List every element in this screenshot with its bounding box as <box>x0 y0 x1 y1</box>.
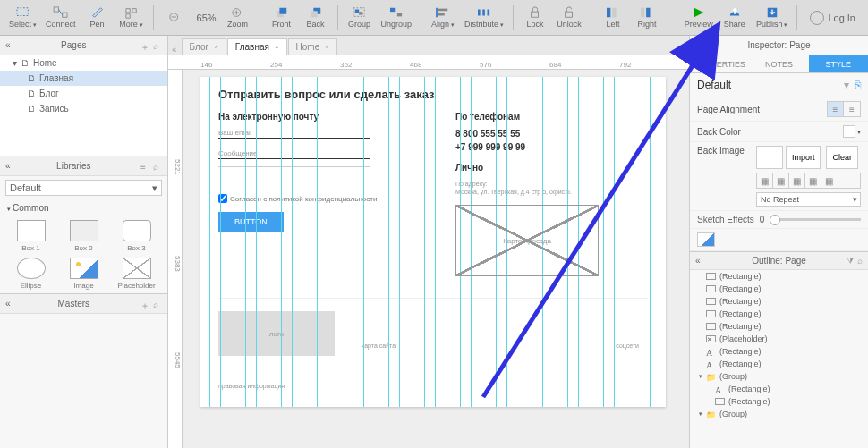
widget-box2[interactable]: Box 2 <box>60 220 107 252</box>
login-button[interactable]: Log In <box>803 11 863 25</box>
outline-group[interactable]: ▾📁(Group) <box>690 408 868 420</box>
tab-blog[interactable]: Блог× <box>182 38 226 55</box>
menu-icon[interactable]: ≡ <box>140 162 149 171</box>
svg-rect-16 <box>390 8 395 12</box>
publish-button[interactable]: Publish <box>753 2 792 34</box>
front-button[interactable]: Front <box>266 2 298 34</box>
copy-icon[interactable]: ⎘ <box>855 79 861 91</box>
outline-item[interactable]: A(Rectangle) <box>690 383 868 395</box>
outline-item[interactable]: (Rectangle) <box>690 270 868 283</box>
tab-style[interactable]: STYLE <box>809 55 868 72</box>
zoom-value[interactable]: 65% <box>193 13 220 23</box>
image-thumb[interactable] <box>697 232 715 247</box>
back-button[interactable]: Back <box>300 2 332 34</box>
align-center-icon: ≡ <box>844 102 860 116</box>
unlock-button[interactable]: Unlock <box>553 2 585 34</box>
left-button[interactable]: Left <box>597 2 629 34</box>
align-button[interactable]: Align <box>427 2 459 34</box>
outline-item[interactable]: (Rectangle) <box>690 295 868 308</box>
zoom-in[interactable]: Zoom <box>222 2 254 34</box>
svg-rect-25 <box>566 12 573 17</box>
submit-button[interactable]: BUTTON <box>218 212 284 232</box>
tree-home[interactable]: ▾🗋Home <box>0 55 167 71</box>
outline-item[interactable]: (Rectangle) <box>690 320 868 333</box>
group-button[interactable]: Group <box>344 2 376 34</box>
ungroup-button[interactable]: Ungroup <box>378 2 416 34</box>
collapse-icon[interactable]: « <box>695 256 701 266</box>
canvas[interactable]: Отправить вопрос или сделать заказ На эл… <box>183 70 689 448</box>
lock-button[interactable]: Lock <box>519 2 551 34</box>
svg-rect-27 <box>612 8 616 18</box>
add-page-icon[interactable]: ＋ <box>140 41 149 50</box>
clear-button[interactable]: Clear <box>826 146 858 169</box>
svg-rect-20 <box>438 13 445 16</box>
color-swatch[interactable] <box>843 125 855 138</box>
phone2: +7 999 999 99 99 <box>455 142 648 152</box>
tree-blog[interactable]: 🗋Блог <box>0 86 167 101</box>
backcolor-label: Back Color <box>697 127 843 137</box>
search-icon[interactable]: ⌕ <box>153 300 162 309</box>
preview-button[interactable]: Preview <box>681 2 717 34</box>
right-button[interactable]: Right <box>631 2 663 34</box>
svg-rect-17 <box>397 13 402 16</box>
pen-tool[interactable]: Pen <box>81 2 114 34</box>
outline-item[interactable]: A(Rectangle) <box>690 345 868 358</box>
search-icon[interactable]: ⌕ <box>153 41 162 50</box>
close-icon[interactable]: × <box>214 43 218 51</box>
library-category[interactable]: Common <box>0 199 167 216</box>
widget-placeholder[interactable]: Placeholder <box>113 258 160 290</box>
tab-home[interactable]: Home× <box>288 38 337 55</box>
zoom-out[interactable] <box>159 2 191 34</box>
svg-rect-10 <box>279 8 286 14</box>
widget-box1[interactable]: Box 1 <box>7 220 55 252</box>
close-icon[interactable]: × <box>325 43 329 51</box>
outline-item[interactable]: (Rectangle) <box>690 283 868 295</box>
search-icon[interactable]: ⌕ <box>857 256 863 266</box>
ruler-vertical: 522153835545 <box>168 70 183 448</box>
dropdown-icon[interactable]: ▾ <box>844 79 849 91</box>
outline-item[interactable]: (Rectangle) <box>690 308 868 320</box>
distribute-button[interactable]: Distribute <box>461 2 507 34</box>
sketch-slider[interactable] <box>770 218 861 221</box>
svg-rect-0 <box>17 8 28 16</box>
filter-icon[interactable]: ⧩ <box>847 256 854 266</box>
tab-properties[interactable]: PROPERTIES <box>690 55 749 72</box>
pages-tree: ▾🗋Home 🗋Главная 🗋Блог 🗋Запись <box>0 55 167 156</box>
tree-main[interactable]: 🗋Главная <box>0 71 167 86</box>
svg-line-3 <box>58 10 62 15</box>
widget-box3[interactable]: Box 3 <box>113 220 160 252</box>
repeat-select[interactable]: No Repeat <box>756 192 861 207</box>
collapse-icon[interactable]: « <box>172 45 177 55</box>
svg-rect-2 <box>63 13 67 17</box>
tab-notes[interactable]: NOTES <box>749 55 808 72</box>
masters-header: « Masters ＋ ⌕ <box>0 294 167 314</box>
left-panel: « Pages ＋ ⌕ ▾🗋Home 🗋Главная 🗋Блог 🗋Запис… <box>0 36 168 448</box>
widget-ellipse[interactable]: Ellipse <box>7 258 55 290</box>
outline-item[interactable]: (Rectangle) <box>690 395 868 408</box>
image-position-buttons[interactable]: ▦▦▦▦▦ <box>756 173 861 189</box>
svg-rect-24 <box>532 12 539 17</box>
import-button[interactable]: Import <box>786 146 821 169</box>
share-button[interactable]: Share <box>719 2 751 34</box>
connect-tool[interactable]: Connect <box>42 2 80 34</box>
outline-group[interactable]: ▾📁(Group) <box>690 370 868 383</box>
library-select[interactable]: Default <box>5 180 162 196</box>
select-tool[interactable]: Select <box>5 2 40 34</box>
svg-rect-22 <box>482 10 485 16</box>
svg-rect-29 <box>646 8 650 18</box>
tree-post[interactable]: 🗋Запись <box>0 101 167 116</box>
close-icon[interactable]: × <box>275 43 279 51</box>
address-label: По адресу:Москва, ул. Тверская, д.4 стр … <box>455 180 648 196</box>
backimage-label: Back Image <box>697 146 756 156</box>
outline-item[interactable]: ✕(Placeholder) <box>690 333 868 345</box>
libraries-header: « Libraries ≡ ⌕ <box>0 156 167 176</box>
more-tool[interactable]: More <box>115 2 148 34</box>
consent-checkbox[interactable]: Согласен с политикой конфиденциальности <box>218 194 411 203</box>
dropdown-icon[interactable]: ▾ <box>857 128 861 136</box>
search-icon[interactable]: ⌕ <box>153 162 162 171</box>
add-icon[interactable]: ＋ <box>140 300 149 309</box>
widget-image[interactable]: Image <box>60 258 107 290</box>
align-buttons[interactable]: ≡≡ <box>827 101 861 117</box>
tab-main[interactable]: Главная× <box>227 38 287 55</box>
outline-item[interactable]: A(Rectangle) <box>690 358 868 370</box>
